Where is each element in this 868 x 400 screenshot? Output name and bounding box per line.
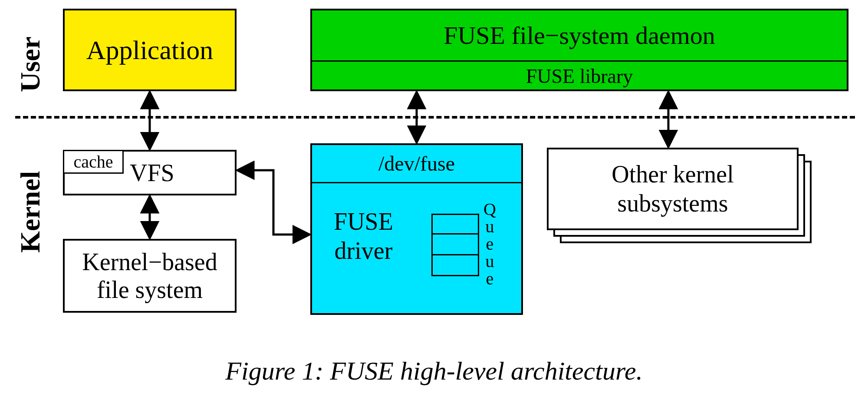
figure-caption: Figure 1: FUSE high-level architecture. [0, 356, 868, 386]
user-kernel-divider [15, 116, 855, 119]
fuse-library-label: FUSE library [526, 65, 633, 88]
application-box: Application [63, 9, 237, 91]
kernel-fs-label-1: Kernel−based [82, 248, 217, 276]
other-kernel-label-1: Other kernel [612, 160, 733, 189]
kernel-fs-label-2: file system [97, 276, 203, 304]
cache-box: cache [63, 150, 124, 174]
arrow-vfs-fusedriver [238, 170, 309, 235]
kernel-fs-box: Kernel−based file system [63, 239, 237, 313]
other-kernel-label-2: subsystems [617, 189, 728, 218]
queue-stack [431, 214, 479, 276]
vfs-label: VFS [130, 159, 174, 187]
cache-label: cache [73, 152, 113, 172]
diagram-canvas: User Kernel Application FUSE file−system… [0, 0, 868, 400]
fuse-daemon-label: FUSE file−system daemon [444, 21, 715, 50]
queue-label: Q u e u e [483, 201, 496, 288]
fuse-driver-label-2: driver [334, 236, 393, 265]
other-kernel-box: Other kernel subsystems [547, 148, 799, 230]
section-label-user: User [14, 23, 46, 92]
dev-fuse-label: /dev/fuse [378, 152, 455, 175]
fuse-driver-label-1: FUSE [334, 207, 393, 236]
fuse-driver-box: /dev/fuse FUSE driver Q u e u e [310, 143, 523, 315]
section-label-kernel: Kernel [14, 166, 46, 253]
application-label: Application [86, 35, 214, 66]
fuse-daemon-box: FUSE file−system daemon FUSE library [310, 9, 848, 91]
